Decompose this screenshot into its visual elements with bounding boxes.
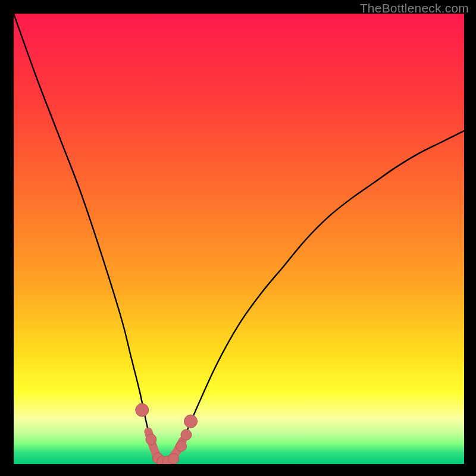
outer-frame: TheBottleneck.com (0, 0, 476, 476)
plot-area (14, 14, 464, 464)
watermark-text: TheBottleneck.com (360, 1, 469, 15)
